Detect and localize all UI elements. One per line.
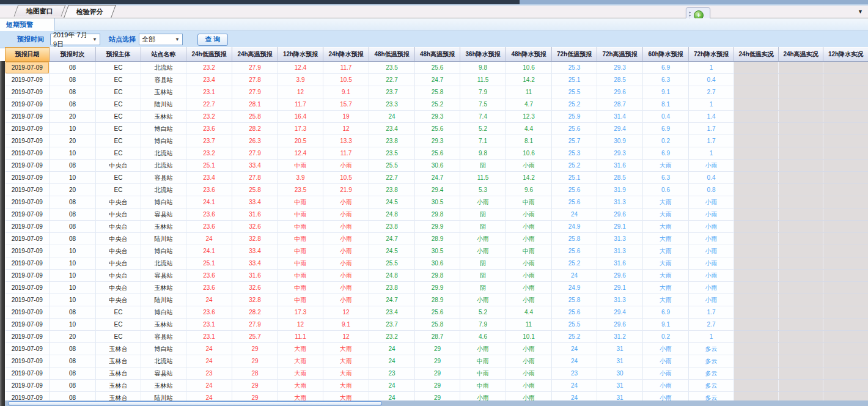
table-row[interactable]: 2019-07-0908中央台容县站23.631.6中雨小雨24.829.8阴小… xyxy=(6,209,868,221)
table-cell[interactable]: 31.3 xyxy=(597,233,643,245)
table-cell[interactable]: 8.1 xyxy=(506,135,552,147)
table-cell[interactable]: 25.2 xyxy=(552,160,597,172)
table-cell[interactable] xyxy=(823,319,868,331)
table-cell[interactable]: 24 xyxy=(186,233,232,245)
table-cell[interactable]: 玉林台 xyxy=(96,355,141,367)
table-cell[interactable]: 27.9 xyxy=(232,86,278,98)
table-cell[interactable]: 北流站 xyxy=(141,184,186,196)
table-cell[interactable]: 27.9 xyxy=(232,62,278,74)
table-cell[interactable]: 29 xyxy=(415,367,460,380)
column-header[interactable]: 预报日期 xyxy=(6,48,50,62)
table-cell[interactable] xyxy=(734,111,779,123)
table-cell[interactable]: 2019-07-09 xyxy=(6,270,50,282)
table-cell[interactable]: 多云 xyxy=(689,355,734,367)
table-cell[interactable]: 容县站 xyxy=(141,270,186,282)
table-row[interactable]: 2019-07-0908玉林台北流站2429大雨大雨2429中雨小雨2431小雨… xyxy=(6,355,868,367)
table-cell[interactable]: 9.1 xyxy=(323,319,369,331)
table-cell[interactable]: 大雨 xyxy=(643,209,689,221)
table-cell[interactable]: 23.4 xyxy=(369,306,415,319)
table-cell[interactable] xyxy=(734,172,779,184)
table-cell[interactable]: 12 xyxy=(323,331,369,343)
table-cell[interactable]: 大雨 xyxy=(643,257,689,270)
table-cell[interactable]: 08 xyxy=(50,62,96,74)
table-cell[interactable]: 小雨 xyxy=(506,221,552,233)
table-cell[interactable]: 小雨 xyxy=(323,245,369,257)
station-select[interactable]: 全部 ▼ xyxy=(139,34,183,45)
table-cell[interactable]: 2019-07-09 xyxy=(6,123,50,135)
table-cell[interactable]: 6.9 xyxy=(643,147,689,160)
table-cell[interactable]: 0.2 xyxy=(643,331,689,343)
table-cell[interactable]: 08 xyxy=(50,74,96,86)
table-cell[interactable]: 小雨 xyxy=(689,160,734,172)
column-header[interactable]: 预报时次 xyxy=(50,48,96,62)
table-cell[interactable]: 小雨 xyxy=(323,257,369,270)
table-cell[interactable] xyxy=(823,331,868,343)
table-cell[interactable]: 25.3 xyxy=(552,147,597,160)
table-cell[interactable]: 0.8 xyxy=(689,184,734,196)
table-cell[interactable]: 小雨 xyxy=(506,355,552,367)
table-cell[interactable]: 15.7 xyxy=(323,98,369,111)
column-header[interactable]: 12h降水预报 xyxy=(278,48,323,62)
table-cell[interactable]: 3.9 xyxy=(278,172,323,184)
table-cell[interactable]: 24 xyxy=(369,355,415,367)
table-cell[interactable]: 1 xyxy=(689,98,734,111)
table-cell[interactable]: 12.4 xyxy=(278,62,323,74)
column-header[interactable]: 72h降水预报 xyxy=(689,48,734,62)
table-cell[interactable] xyxy=(734,319,779,331)
table-cell[interactable]: 8.1 xyxy=(643,98,689,111)
table-cell[interactable]: 中雨 xyxy=(460,380,506,392)
table-cell[interactable]: 6.9 xyxy=(643,62,689,74)
table-cell[interactable]: 小雨 xyxy=(689,294,734,306)
table-cell[interactable]: 玉林台 xyxy=(96,367,141,380)
table-cell[interactable]: 24 xyxy=(552,343,597,355)
table-cell[interactable]: 20 xyxy=(50,184,96,196)
table-cell[interactable]: 阴 xyxy=(460,221,506,233)
table-row[interactable]: 2019-07-0910EC北流站23.227.912.411.723.525.… xyxy=(6,147,868,160)
table-cell[interactable]: 多云 xyxy=(689,343,734,355)
table-cell[interactable]: 小雨 xyxy=(506,160,552,172)
table-cell[interactable]: 10 xyxy=(50,245,96,257)
table-row[interactable]: 2019-07-0920EC博白站23.726.320.513.323.829.… xyxy=(6,135,868,147)
table-cell[interactable]: 25.1 xyxy=(186,160,232,172)
table-cell[interactable]: 10.6 xyxy=(506,62,552,74)
table-cell[interactable]: 28.1 xyxy=(232,98,278,111)
table-row[interactable]: 2019-07-0908EC陆川站22.728.111.715.723.325.… xyxy=(6,98,868,111)
table-cell[interactable]: 29.6 xyxy=(597,270,643,282)
table-cell[interactable]: 23.8 xyxy=(369,282,415,294)
table-cell[interactable]: 29.8 xyxy=(415,270,460,282)
table-cell[interactable]: 小雨 xyxy=(323,196,369,209)
table-cell[interactable]: 23.6 xyxy=(186,306,232,319)
table-row[interactable]: 2019-07-0920EC容县站23.125.711.11223.228.74… xyxy=(6,331,868,343)
table-cell[interactable]: 24.8 xyxy=(369,270,415,282)
table-cell[interactable]: 中雨 xyxy=(278,257,323,270)
table-cell[interactable]: 20 xyxy=(50,111,96,123)
table-cell[interactable]: 9.8 xyxy=(460,62,506,74)
table-cell[interactable]: 11.7 xyxy=(323,62,369,74)
table-cell[interactable] xyxy=(823,62,868,74)
table-cell[interactable]: 23.6 xyxy=(186,221,232,233)
table-cell[interactable]: 32.8 xyxy=(232,233,278,245)
table-cell[interactable]: 4.6 xyxy=(460,331,506,343)
table-cell[interactable]: 大雨 xyxy=(278,367,323,380)
table-cell[interactable]: 29.4 xyxy=(597,306,643,319)
table-cell[interactable]: 25.8 xyxy=(552,294,597,306)
table-cell[interactable]: 23.6 xyxy=(186,270,232,282)
table-cell[interactable]: EC xyxy=(96,86,141,98)
table-cell[interactable]: 小雨 xyxy=(643,380,689,392)
table-cell[interactable] xyxy=(823,184,868,196)
table-cell[interactable]: 22.7 xyxy=(369,74,415,86)
table-cell[interactable] xyxy=(734,380,779,392)
table-cell[interactable]: 阴 xyxy=(460,282,506,294)
table-cell[interactable] xyxy=(734,62,779,74)
table-cell[interactable]: 23.2 xyxy=(186,147,232,160)
table-row[interactable]: 2019-07-0908中央台博白站24.133.4中雨小雨24.530.5小雨… xyxy=(6,196,868,209)
table-cell[interactable]: 17.3 xyxy=(278,123,323,135)
table-cell[interactable]: 小雨 xyxy=(689,282,734,294)
table-cell[interactable]: 中雨 xyxy=(278,160,323,172)
table-cell[interactable]: 24 xyxy=(369,111,415,123)
table-cell[interactable]: 大雨 xyxy=(643,270,689,282)
table-cell[interactable]: 29.4 xyxy=(415,184,460,196)
table-cell[interactable]: 大雨 xyxy=(323,367,369,380)
table-cell[interactable]: 10 xyxy=(50,270,96,282)
column-header[interactable]: 站点名称 xyxy=(141,48,186,62)
